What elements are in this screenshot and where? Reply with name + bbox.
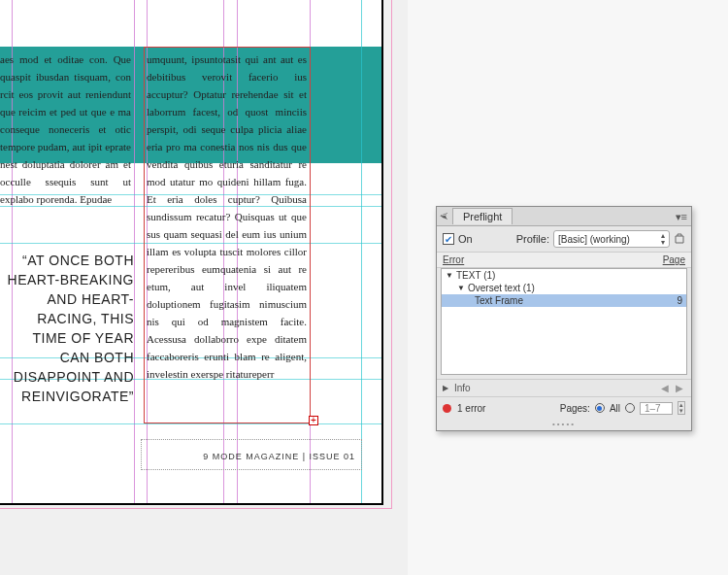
body-column-1[interactable]: aes mod et oditae con. Que quaspit ibusd… (0, 51, 131, 208)
page[interactable]: aes mod et oditae con. Que quaspit ibusd… (0, 0, 383, 505)
preflight-panel[interactable]: ⮘ Preflight ▾≡ ✔ On Profile: [Basic] (wo… (436, 206, 692, 431)
col-page[interactable]: Page (663, 254, 685, 265)
on-label: On (458, 233, 473, 245)
pages-all-radio[interactable] (595, 403, 605, 413)
info-row: Info ◀ ▶ (437, 379, 691, 396)
disclosure-triangle-icon[interactable] (446, 271, 453, 280)
pages-range-radio[interactable] (625, 403, 635, 413)
embed-profile-icon[interactable] (674, 233, 685, 245)
prev-error-icon[interactable]: ◀ (661, 383, 669, 393)
preflight-toggle-row: ✔ On Profile: [Basic] (working) ▴▾ (437, 226, 691, 252)
status-row: 1 error Pages: All 1–7 ▴▾ (437, 396, 691, 419)
panel-menu-icon[interactable]: ▾≡ (676, 211, 687, 223)
error-tree[interactable]: TEXT (1) Overset text (1) Text Frame 9 (441, 268, 687, 375)
page-footer-frame[interactable]: 9 MODE MAGAZINE | ISSUE 01 (141, 439, 362, 470)
footer-text: 9 MODE MAGAZINE | ISSUE 01 (203, 452, 355, 461)
pages-range-input[interactable]: 1–7 (640, 402, 673, 415)
error-status-icon (443, 404, 451, 413)
profile-value: [Basic] (working) (558, 234, 630, 245)
error-count: 1 error (457, 403, 485, 414)
panel-resize-grip[interactable]: ••••• (437, 419, 691, 430)
profile-label: Profile: (516, 233, 549, 245)
collapse-icon[interactable]: ⮘ (437, 212, 450, 221)
disclosure-triangle-icon[interactable] (457, 284, 465, 292)
tree-item-text-frame[interactable]: Text Frame 9 (442, 294, 686, 307)
body-column-2[interactable]: umquunt, ipsuntotasit qui ant aut es deb… (147, 51, 307, 383)
tree-group-label: TEXT (1) (456, 270, 495, 281)
pages-label: Pages: (560, 403, 590, 414)
info-label[interactable]: Info (454, 383, 471, 393)
pull-quote[interactable]: “AT ONCE BOTH HEART-BREAKING AND HEART-R… (0, 251, 134, 406)
tree-subgroup-label: Overset text (1) (468, 283, 535, 293)
col-error[interactable]: Error (443, 254, 464, 265)
pages-range-stepper[interactable]: ▴▾ (678, 401, 685, 415)
on-checkbox[interactable]: ✔ (443, 233, 454, 245)
tree-subgroup-overset[interactable]: Overset text (1) (442, 282, 686, 294)
error-nav: ◀ ▶ (659, 383, 685, 393)
tab-preflight[interactable]: Preflight (452, 208, 513, 224)
document-canvas[interactable]: aes mod et oditae con. Que quaspit ibusd… (0, 0, 408, 575)
tree-item-page[interactable]: 9 (677, 295, 682, 306)
profile-select[interactable]: [Basic] (working) ▴▾ (553, 230, 670, 248)
next-error-icon[interactable]: ▶ (676, 383, 683, 393)
disclosure-triangle-icon[interactable] (443, 384, 450, 392)
tree-item-label: Text Frame (475, 295, 523, 306)
error-list-header: Error Page (437, 252, 691, 268)
overset-indicator-icon[interactable] (309, 416, 318, 425)
panel-tab-bar: ⮘ Preflight ▾≡ (437, 207, 691, 226)
pages-all-label[interactable]: All (610, 403, 620, 414)
tree-group-text[interactable]: TEXT (1) (442, 269, 686, 282)
